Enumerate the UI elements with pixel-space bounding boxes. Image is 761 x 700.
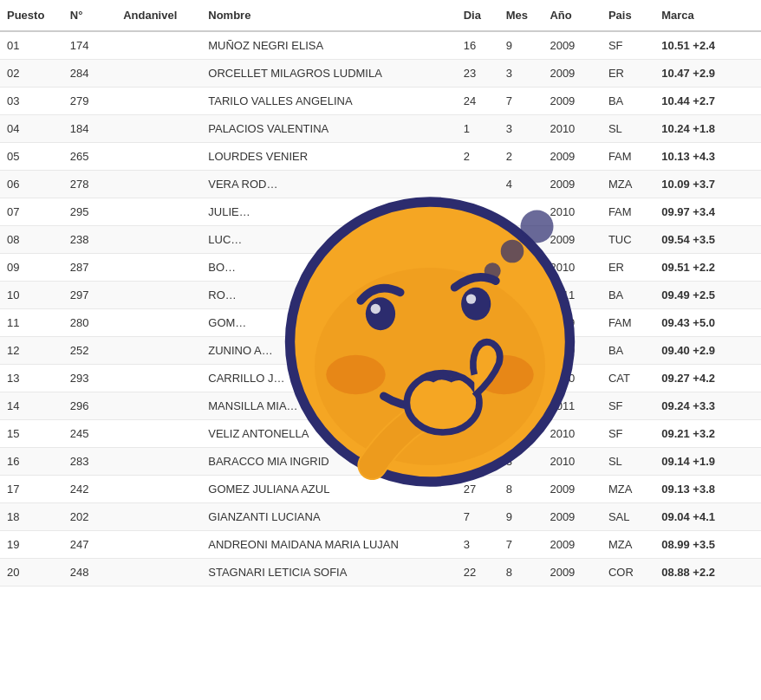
table-row: 16283BARACCO MIA INGRID1532010SL09.14 +1…	[0, 448, 761, 476]
cell-n: 297	[63, 282, 116, 309]
cell-mes: 3	[499, 392, 543, 420]
cell-n: 248	[63, 559, 116, 587]
cell-dia: 27	[457, 476, 499, 503]
table-row: 17242GOMEZ JULIANA AZUL2782009MZA09.13 +…	[0, 476, 761, 503]
cell-pais: SF	[602, 392, 654, 420]
table-row: 11280GOM…82009FAM09.43 +5.0	[0, 309, 761, 337]
cell-dia: 15	[457, 365, 499, 392]
cell-andanivel	[116, 392, 201, 420]
cell-marca: 09.40 +2.9	[654, 337, 761, 365]
col-header-dia: Dia	[457, 0, 499, 31]
cell-mes: 9	[499, 31, 543, 60]
cell-nombre: JULIE…	[201, 198, 456, 226]
cell-puesto: 02	[0, 60, 63, 88]
cell-nombre: GOMEZ JULIANA AZUL	[201, 476, 456, 503]
cell-dia: 24	[457, 88, 499, 115]
cell-anio: 2009	[543, 476, 601, 503]
cell-andanivel	[116, 254, 201, 282]
cell-mes: 7	[499, 531, 543, 559]
cell-dia: 5	[457, 420, 499, 448]
cell-andanivel	[116, 365, 201, 392]
table-row: 07295JULIE…2010FAM09.97 +3.4	[0, 198, 761, 226]
cell-anio: 2009	[543, 143, 601, 171]
table-row: 02284ORCELLET MILAGROS LUDMILA2332009ER1…	[0, 60, 761, 88]
col-header-marca: Marca	[654, 0, 761, 31]
cell-andanivel	[116, 309, 201, 337]
cell-andanivel	[116, 476, 201, 503]
cell-pais: FAM	[602, 143, 654, 171]
col-header-n: N°	[63, 0, 116, 31]
cell-nombre: LUC…	[201, 226, 456, 254]
table-header-row: Puesto N° Andanivel Nombre Dia Mes Año P…	[0, 0, 761, 31]
cell-marca: 09.14 +1.9	[654, 448, 761, 476]
cell-andanivel	[116, 337, 201, 365]
cell-n: 283	[63, 448, 116, 476]
cell-dia: 1	[457, 115, 499, 143]
cell-pais: SL	[602, 448, 654, 476]
cell-nombre: MANSILLA MIA…	[201, 392, 456, 420]
table-row: 19247ANDREONI MAIDANA MARIA LUJAN372009M…	[0, 531, 761, 559]
table-row: 18202GIANZANTI LUCIANA792009SAL09.04 +4.…	[0, 503, 761, 531]
table-row: 12252ZUNINO A…42009BA09.40 +2.9	[0, 337, 761, 365]
cell-marca: 09.49 +2.5	[654, 282, 761, 309]
cell-nombre: GIANZANTI LUCIANA	[201, 503, 456, 531]
cell-dia	[457, 226, 499, 254]
table-row: 09287BO…2010ER09.51 +2.2	[0, 254, 761, 282]
cell-mes	[499, 198, 543, 226]
cell-mes: 2	[499, 365, 543, 392]
cell-puesto: 19	[0, 531, 63, 559]
cell-anio: 2009	[543, 226, 601, 254]
cell-nombre: BARACCO MIA INGRID	[201, 448, 456, 476]
cell-pais: COR	[602, 559, 654, 587]
table-row: 04184PALACIOS VALENTINA132010SL10.24 +1.…	[0, 115, 761, 143]
cell-nombre: GOM…	[201, 309, 456, 337]
cell-anio: 2009	[543, 531, 601, 559]
table-row: 15245VELIZ ANTONELLA542010SF09.21 +3.2	[0, 420, 761, 448]
cell-mes: 8	[499, 476, 543, 503]
cell-n: 296	[63, 392, 116, 420]
cell-puesto: 06	[0, 171, 63, 198]
cell-pais: MZA	[602, 476, 654, 503]
table-row: 20248STAGNARI LETICIA SOFIA2282009COR08.…	[0, 559, 761, 587]
cell-pais: ER	[602, 60, 654, 88]
cell-anio: 2009	[543, 60, 601, 88]
table-row: 13293CARRILLO J…1522010CAT09.27 +4.2	[0, 365, 761, 392]
cell-puesto: 14	[0, 392, 63, 420]
table-body: 01174MUÑOZ NEGRI ELISA1692009SF10.51 +2.…	[0, 31, 761, 587]
cell-puesto: 05	[0, 143, 63, 171]
cell-puesto: 04	[0, 115, 63, 143]
cell-mes: 3	[499, 448, 543, 476]
cell-nombre: STAGNARI LETICIA SOFIA	[201, 559, 456, 587]
cell-n: 287	[63, 254, 116, 282]
col-header-pais: Pais	[602, 0, 654, 31]
cell-pais: SF	[602, 31, 654, 60]
cell-n: 265	[63, 143, 116, 171]
cell-puesto: 13	[0, 365, 63, 392]
cell-marca: 09.24 +3.3	[654, 392, 761, 420]
cell-marca: 10.09 +3.7	[654, 171, 761, 198]
cell-marca: 09.97 +3.4	[654, 198, 761, 226]
cell-anio: 2010	[543, 198, 601, 226]
cell-mes	[499, 282, 543, 309]
cell-dia: 3	[457, 531, 499, 559]
cell-marca: 08.99 +3.5	[654, 531, 761, 559]
cell-andanivel	[116, 531, 201, 559]
cell-andanivel	[116, 143, 201, 171]
cell-andanivel	[116, 282, 201, 309]
cell-puesto: 20	[0, 559, 63, 587]
cell-pais: SL	[602, 115, 654, 143]
col-header-puesto: Puesto	[0, 0, 63, 31]
cell-dia: 2	[457, 143, 499, 171]
cell-pais: ER	[602, 254, 654, 282]
cell-dia	[457, 337, 499, 365]
cell-nombre: PALACIOS VALENTINA	[201, 115, 456, 143]
cell-pais: BA	[602, 88, 654, 115]
table-row: 10297RO…2011BA09.49 +2.5	[0, 282, 761, 309]
cell-pais: FAM	[602, 198, 654, 226]
cell-marca: 09.21 +3.2	[654, 420, 761, 448]
table-row: 08238LUC…2009TUC09.54 +3.5	[0, 226, 761, 254]
results-table: Puesto N° Andanivel Nombre Dia Mes Año P…	[0, 0, 761, 587]
cell-nombre: MUÑOZ NEGRI ELISA	[201, 31, 456, 60]
cell-nombre: ORCELLET MILAGROS LUDMILA	[201, 60, 456, 88]
cell-marca: 10.24 +1.8	[654, 115, 761, 143]
